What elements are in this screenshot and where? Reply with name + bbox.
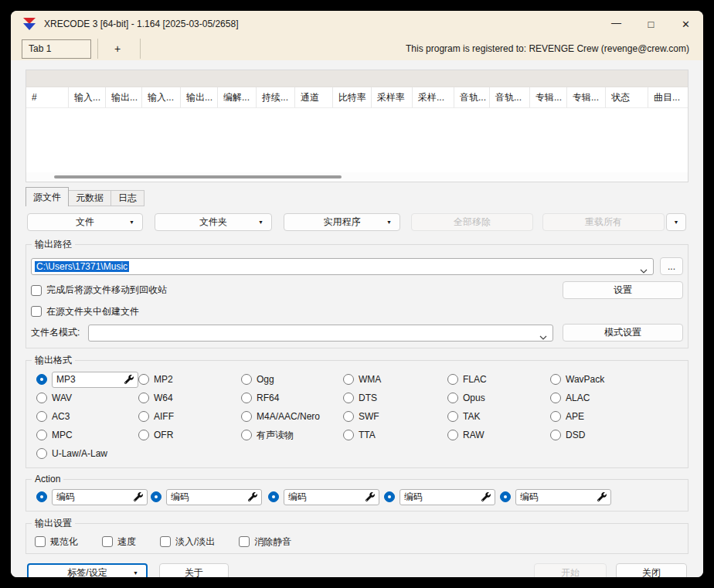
view-tab-label: 元数据 <box>76 192 104 205</box>
browse-label: ... <box>668 261 675 272</box>
add-tab-button[interactable]: + <box>101 39 134 59</box>
table-column-header[interactable]: 专辑... <box>567 87 606 107</box>
format-option[interactable]: TAK <box>447 407 550 426</box>
view-tab[interactable]: 日志 <box>110 190 144 206</box>
wrench-icon[interactable] <box>597 492 607 501</box>
encode-option-box[interactable]: 编码 <box>52 489 148 505</box>
chevron-down-icon: ▼ <box>674 219 679 225</box>
scrollbar-thumb[interactable] <box>54 175 342 178</box>
format-option-mp3[interactable]: MP3 <box>36 370 138 389</box>
table-column-header[interactable]: 输入... <box>142 87 181 107</box>
horizontal-scrollbar[interactable] <box>26 172 688 182</box>
table-column-header[interactable]: 状态 <box>606 87 648 107</box>
format-option[interactable]: WAV <box>36 389 138 407</box>
output-setting-checkbox[interactable]: 淡入/淡出 <box>160 535 215 549</box>
toolbar: 文件 ▼ 文件夹 ▼ 实用程序 ▼ 全部移除 重载所有 ▼ <box>26 213 688 231</box>
output-path-combobox[interactable]: C:\Users\17371\Music <box>31 258 654 275</box>
chevron-down-icon[interactable] <box>539 331 547 342</box>
maximize-button[interactable]: □ <box>634 11 668 37</box>
browse-button[interactable]: ... <box>660 257 683 275</box>
action-option-encode[interactable]: 编码 <box>268 488 384 506</box>
format-option[interactable]: DTS <box>343 389 447 407</box>
encode-option-box[interactable]: 编码 <box>166 489 262 505</box>
encode-option-box[interactable]: 编码 <box>515 489 611 505</box>
format-option[interactable]: 有声读物 <box>241 426 343 444</box>
format-option[interactable]: M4A/AAC/Nero <box>241 407 343 426</box>
tags-settings-button[interactable]: 标签/设定 ▼ <box>27 563 148 577</box>
titlebar: XRECODE 3 [64-bit] - 1.164 [2025-03-05/2… <box>11 11 703 37</box>
output-setting-checkbox[interactable]: 消除静音 <box>239 535 291 549</box>
table-column-header[interactable]: 采样... <box>413 87 454 107</box>
table-column-header[interactable]: 专辑... <box>530 87 567 107</box>
format-option[interactable]: MPC <box>36 426 138 444</box>
action-option-encode[interactable]: 编码 <box>500 488 683 506</box>
encode-option-label: 编码 <box>171 491 189 504</box>
wrench-icon[interactable] <box>134 492 143 501</box>
format-option[interactable]: APE <box>550 407 683 426</box>
table-column-header[interactable]: 曲目... <box>648 87 688 107</box>
table-column-header[interactable]: 音轨... <box>454 87 490 107</box>
more-options-button[interactable]: ▼ <box>666 213 686 231</box>
format-option[interactable]: TTA <box>343 426 447 444</box>
output-setting-checkbox[interactable]: 速度 <box>102 535 136 549</box>
format-option[interactable]: RF64 <box>241 389 343 407</box>
format-option[interactable]: WavPack <box>550 370 683 389</box>
format-option[interactable]: Opus <box>447 389 550 407</box>
chevron-down-icon[interactable] <box>640 265 648 276</box>
encode-option-box[interactable]: 编码 <box>284 489 379 505</box>
view-tab[interactable]: 元数据 <box>68 190 111 206</box>
filename-pattern-combobox[interactable] <box>88 325 553 342</box>
format-option[interactable]: SWF <box>343 407 447 426</box>
table-column-header[interactable]: 采样率 <box>372 87 413 107</box>
format-option[interactable]: Ogg <box>241 370 343 389</box>
table-column-header[interactable]: 持续... <box>257 87 295 107</box>
table-column-header[interactable]: 输入... <box>69 87 106 107</box>
mp3-option-box[interactable]: MP3 <box>52 372 138 388</box>
table-column-header[interactable]: 通道 <box>295 87 333 107</box>
move-to-recycle-checkbox[interactable]: 完成后将源文件移动到回收站 <box>31 284 167 297</box>
tab-1[interactable]: Tab 1 <box>22 39 91 59</box>
format-option[interactable]: W64 <box>138 389 241 407</box>
table-column-header[interactable]: 输出... <box>181 87 218 107</box>
create-in-source-checkbox[interactable]: 在源文件夹中创建文件 <box>31 305 139 318</box>
wrench-icon[interactable] <box>481 492 491 501</box>
table-body[interactable] <box>26 108 688 172</box>
format-option[interactable]: WMA <box>343 370 447 389</box>
format-option[interactable]: ALAC <box>550 389 683 407</box>
utilities-menu-button[interactable]: 实用程序 ▼ <box>284 213 400 231</box>
format-option[interactable]: RAW <box>447 426 550 444</box>
column-label: 专辑... <box>573 91 599 104</box>
format-option[interactable]: DSD <box>550 426 683 444</box>
wrench-icon[interactable] <box>124 375 134 384</box>
format-option[interactable]: AC3 <box>36 407 138 426</box>
action-option-encode[interactable]: 编码 <box>384 488 500 506</box>
format-option[interactable]: MP2 <box>138 370 241 389</box>
view-tab[interactable]: 源文件 <box>26 187 69 206</box>
action-option-encode[interactable]: 编码 <box>151 488 268 506</box>
format-option[interactable]: U-Law/A-Law <box>36 444 138 463</box>
close-button[interactable]: ✕ <box>668 11 703 37</box>
radio-checked-icon <box>36 491 47 502</box>
about-button[interactable]: 关于 <box>159 563 229 577</box>
wrench-icon[interactable] <box>248 492 257 501</box>
folder-menu-button[interactable]: 文件夹 ▼ <box>155 213 272 231</box>
table-column-header[interactable]: 音轨... <box>490 87 530 107</box>
action-option-encode[interactable]: 编码 <box>36 488 151 506</box>
output-setting-checkbox[interactable]: 规范化 <box>35 535 78 549</box>
table-column-header[interactable]: 编解... <box>218 87 257 107</box>
minimize-button[interactable]: — <box>599 11 634 37</box>
settings-button[interactable]: 设置 <box>563 281 683 299</box>
table-column-header[interactable]: 比特率 <box>333 87 372 107</box>
table-column-header[interactable]: # <box>26 87 69 107</box>
format-option[interactable]: OFR <box>138 426 241 444</box>
pattern-settings-label: 模式设置 <box>604 326 641 339</box>
pattern-settings-button[interactable]: 模式设置 <box>563 324 683 342</box>
wrench-icon[interactable] <box>366 492 375 501</box>
table-column-header[interactable]: 输出... <box>106 87 142 107</box>
format-option[interactable]: FLAC <box>447 370 550 389</box>
close-window-button[interactable]: 关闭 <box>616 563 687 577</box>
file-menu-button[interactable]: 文件 ▼ <box>27 213 143 231</box>
column-label: 状态 <box>611 91 630 104</box>
encode-option-box[interactable]: 编码 <box>400 489 495 505</box>
format-option[interactable]: AIFF <box>138 407 241 426</box>
